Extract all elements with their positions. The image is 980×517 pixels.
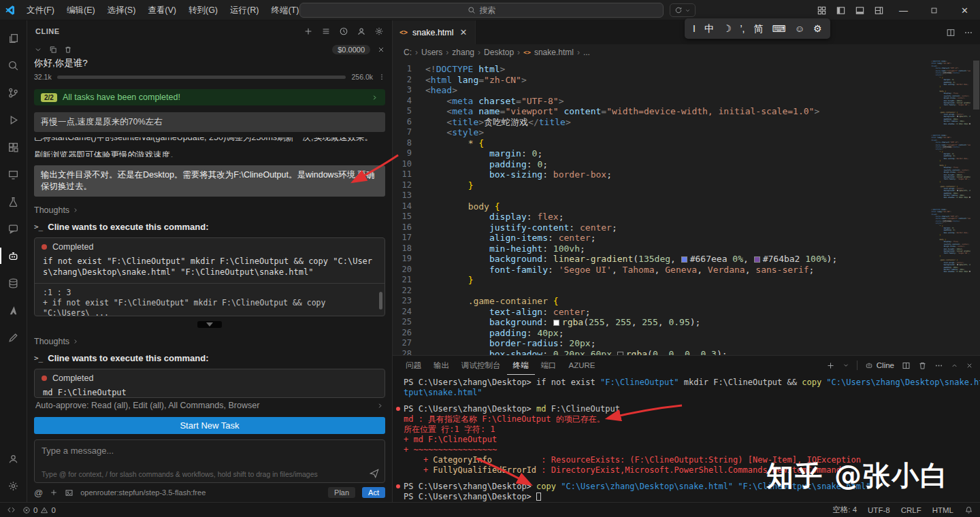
ime-settings-icon[interactable]: ⚙ xyxy=(813,18,822,39)
thoughts-row[interactable]: Thoughts xyxy=(34,205,385,215)
split-terminal-icon[interactable] xyxy=(902,361,911,370)
split-editor-icon[interactable] xyxy=(946,28,956,37)
panel-tab-1[interactable]: 问题 xyxy=(399,356,427,375)
panel-tab-3[interactable]: 调试控制台 xyxy=(455,356,507,375)
status-item[interactable]: 空格: 4 xyxy=(832,505,857,515)
ime-keyboard-icon[interactable]: ⌨ xyxy=(772,18,785,39)
testing-icon[interactable] xyxy=(0,188,27,215)
ime-lang-chinese[interactable]: 中 xyxy=(704,18,714,39)
kill-terminal-icon[interactable] xyxy=(918,361,927,370)
breadcrumb-item[interactable]: C: xyxy=(404,48,412,57)
panel-more-icon[interactable] xyxy=(934,361,943,370)
account-icon[interactable] xyxy=(357,27,366,36)
send-icon[interactable] xyxy=(370,469,379,478)
panel-tab-5[interactable]: 端口 xyxy=(535,356,563,375)
explorer-icon[interactable] xyxy=(0,24,27,52)
cline-icon[interactable] xyxy=(0,242,27,269)
menu-item[interactable]: 文件(F) xyxy=(20,0,61,20)
window-close-button[interactable]: ✕ xyxy=(949,0,980,20)
ime-cursor[interactable]: I xyxy=(693,18,696,39)
command-decoration-dot[interactable] xyxy=(396,407,400,411)
cline-settings-icon[interactable] xyxy=(374,27,384,36)
command-decoration-dot[interactable] xyxy=(396,484,400,488)
new-terminal-icon[interactable] xyxy=(826,361,835,370)
new-task-icon[interactable] xyxy=(304,27,313,36)
ime-emoji-icon[interactable]: ☺ xyxy=(795,18,804,39)
status-item[interactable]: HTML xyxy=(932,506,953,514)
window-minimize-button[interactable]: — xyxy=(888,0,919,20)
toggle-panel-icon[interactable] xyxy=(850,0,869,20)
status-item[interactable]: CRLF xyxy=(901,506,921,514)
menu-item[interactable]: 编辑(E) xyxy=(61,0,101,20)
breadcrumb-item[interactable]: Desktop xyxy=(484,48,514,57)
start-new-task-button[interactable]: Start New Task xyxy=(34,417,385,434)
delete-task-icon[interactable] xyxy=(64,46,72,54)
more-actions-icon[interactable] xyxy=(964,28,973,37)
close-panel-icon[interactable] xyxy=(966,362,973,369)
status-item[interactable]: UTF-8 xyxy=(868,506,890,514)
ime-simplified[interactable]: 简 xyxy=(753,18,763,39)
terminal-profile-dropdown-icon[interactable] xyxy=(843,362,849,369)
message-input[interactable]: Type a message... Type @ for context, / … xyxy=(34,439,385,483)
tasks-completed-banner[interactable]: 2/2 All tasks have been completed! xyxy=(34,89,385,105)
menu-item[interactable]: 查看(V) xyxy=(142,0,182,20)
command-center-search[interactable]: 搜索 xyxy=(299,3,664,18)
command-card-1[interactable]: Completed if not exist "F:\ClineOutput" … xyxy=(34,237,385,316)
source-control-icon[interactable] xyxy=(0,79,27,106)
minimap[interactable]: <!DOCTYPE html><html lang="zh-CN"><head>… xyxy=(931,61,970,355)
azure-icon[interactable] xyxy=(0,297,27,324)
notifications-bell-icon[interactable] xyxy=(964,505,973,514)
search-view-icon[interactable] xyxy=(0,52,27,79)
run-debug-icon[interactable] xyxy=(0,106,27,133)
remote-explorer-icon[interactable] xyxy=(0,161,27,188)
add-icon[interactable] xyxy=(50,488,58,497)
menu-item[interactable]: 选择(S) xyxy=(101,0,142,20)
menu-item[interactable]: 运行(R) xyxy=(224,0,265,20)
image-icon[interactable] xyxy=(65,488,74,497)
window-maximize-button[interactable] xyxy=(919,0,949,20)
editor-scrollbar[interactable] xyxy=(972,61,980,355)
tab-snake-html[interactable]: <> snake.html ✕ xyxy=(393,20,476,44)
chat-scroll-area[interactable]: $0.0000 你好,你是谁? 32.1k 256.0k 2/2 All tas… xyxy=(34,42,385,398)
plan-toggle[interactable]: Plan xyxy=(328,487,355,498)
scroll-down-button[interactable] xyxy=(197,321,222,329)
remote-indicator-icon[interactable] xyxy=(7,505,16,514)
collapse-task-icon[interactable] xyxy=(34,46,42,54)
history-icon[interactable] xyxy=(339,27,348,36)
edit-tools-icon[interactable] xyxy=(0,324,27,351)
settings-gear-icon[interactable] xyxy=(0,472,27,499)
tab-close-icon[interactable]: ✕ xyxy=(459,27,469,37)
toggle-sidebar-icon[interactable] xyxy=(831,0,850,20)
database-icon[interactable] xyxy=(0,269,27,297)
sync-button[interactable] xyxy=(670,3,696,17)
mcp-servers-icon[interactable] xyxy=(321,27,331,36)
auto-approve-row[interactable]: Auto-approve: Read (all), Edit (all), Al… xyxy=(34,398,385,413)
maximize-panel-icon[interactable] xyxy=(951,362,958,369)
breadcrumb-item[interactable]: snake.html xyxy=(534,48,574,57)
copy-task-icon[interactable] xyxy=(49,46,57,54)
copilot-icon[interactable] xyxy=(812,0,831,20)
at-context-icon[interactable]: @ xyxy=(34,488,43,498)
ime-punctuation-icon[interactable]: ’, xyxy=(740,18,745,39)
panel-tab-4[interactable]: 终端 xyxy=(507,356,535,375)
act-toggle[interactable]: Act xyxy=(362,487,385,498)
menu-item[interactable]: 转到(G) xyxy=(182,0,224,20)
output-scrollbar-thumb[interactable] xyxy=(379,292,382,310)
breadcrumb-item[interactable]: zhang xyxy=(452,48,474,57)
editor-scrollbar-thumb[interactable] xyxy=(973,61,979,110)
chat-icon[interactable] xyxy=(0,215,27,242)
terminal-profile[interactable]: Cline xyxy=(865,361,894,369)
breadcrumb-item[interactable]: ... xyxy=(583,48,590,57)
ime-toolbar[interactable]: I中☽’,简⌨☺⚙ xyxy=(685,18,830,39)
panel-tab-6[interactable]: AZURE xyxy=(563,356,602,375)
problems-indicator[interactable]: 0 0 xyxy=(22,506,56,514)
thoughts-row[interactable]: Thoughts xyxy=(34,337,385,346)
ime-halfmoon-icon[interactable]: ☽ xyxy=(723,18,732,39)
customize-layout-icon[interactable] xyxy=(869,0,888,20)
panel-tab-2[interactable]: 输出 xyxy=(427,356,455,375)
accounts-icon[interactable] xyxy=(0,445,27,472)
extensions-icon[interactable] xyxy=(0,133,27,161)
code-editor[interactable]: 1<!DOCTYPE html>2<html lang="zh-CN">3<he… xyxy=(393,61,980,355)
breadcrumb-item[interactable]: Users xyxy=(421,48,442,57)
model-selector[interactable]: openrouter:stepfun/step-3.5-flash:free xyxy=(80,488,321,497)
